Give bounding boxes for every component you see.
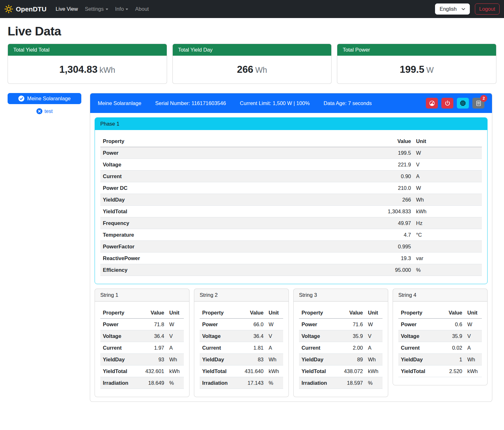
value-cell: 89: [336, 354, 365, 365]
table-row: Voltage36.4V: [200, 330, 283, 342]
value-cell: 17.143: [237, 377, 266, 389]
summary-value: 1,304.83: [59, 64, 98, 75]
value-cell: 18.649: [138, 377, 167, 389]
phase-header: Phase 1: [95, 118, 487, 130]
string-card-2: String 2 PropertyValueUnitPower66.0WVolt…: [194, 289, 289, 397]
limit-settings-button[interactable]: [426, 98, 438, 109]
value-cell: 266: [366, 194, 414, 206]
inverter-test-link[interactable]: test: [8, 108, 81, 114]
string-table: PropertyValueUnitPower71.6WVoltage35.9VC…: [299, 307, 383, 389]
summary-value: 266: [237, 64, 253, 75]
value-cell: 0.02: [436, 342, 465, 354]
table-row: PowerFactor0.995: [100, 241, 482, 252]
value-cell: 35.9: [436, 330, 465, 342]
property-cell: YieldDay: [100, 354, 138, 365]
property-cell: Irradiation: [200, 377, 237, 389]
unit-cell: A: [465, 342, 482, 354]
brand[interactable]: OpenDTU: [4, 5, 47, 13]
property-cell: Power: [100, 147, 366, 159]
unit-cell: W: [365, 319, 383, 330]
summary-row: Total Yield Total 1,304.83kWh Total Yiel…: [8, 44, 496, 84]
value-cell: 431.640: [237, 365, 266, 377]
unit-cell: °C: [414, 229, 482, 241]
nav-item-info[interactable]: Info: [112, 3, 132, 15]
table-header-row: PropertyValueUnit: [100, 307, 184, 319]
inverter-name: Meine Solaranlage: [98, 100, 141, 106]
event-log-button[interactable]: 2: [472, 98, 484, 109]
unit-cell: Wh: [266, 354, 283, 365]
column-header: Unit: [365, 307, 383, 319]
property-cell: Current: [299, 342, 336, 354]
value-cell: 2.00: [336, 342, 365, 354]
unit-cell: W: [266, 319, 283, 330]
table-row: YieldDay93Wh: [100, 354, 184, 365]
property-cell: Frequency: [100, 217, 366, 229]
inverter-test-label: test: [45, 109, 53, 114]
value-cell: 71.6: [336, 319, 365, 330]
property-cell: Power: [299, 319, 336, 330]
table-row: Irradiation18.597%: [299, 377, 383, 389]
string-card-4: String 4 PropertyValueUnitPower0.6WVolta…: [393, 289, 488, 385]
string-table: PropertyValueUnitPower0.6WVoltage35.9VCu…: [398, 307, 482, 377]
property-cell: Irradiation: [100, 377, 138, 389]
summary-card-body: 266Wh: [173, 56, 332, 84]
value-cell: 1,304.833: [366, 206, 414, 217]
table-row: YieldDay266Wh: [100, 194, 482, 206]
chevron-down-icon: [461, 7, 465, 11]
table-row: YieldDay1Wh: [398, 354, 482, 365]
unit-cell: %: [167, 377, 184, 389]
unit-cell: W: [167, 319, 184, 330]
unit-cell: V: [414, 159, 482, 171]
summary-unit: W: [426, 65, 434, 74]
unit-cell: V: [465, 330, 482, 342]
value-cell: 2.520: [436, 365, 465, 377]
unit-cell: var: [414, 252, 482, 264]
string-header: String 3: [294, 289, 388, 302]
nav-item-live-view[interactable]: Live View: [52, 3, 81, 15]
unit-cell: kWh: [266, 365, 283, 377]
column-header: Value: [436, 307, 465, 319]
journal-list-icon: [476, 100, 482, 106]
property-cell: YieldTotal: [299, 365, 336, 377]
unit-cell: kWh: [414, 206, 482, 217]
table-row: Power71.6W: [299, 319, 383, 330]
navbar: OpenDTU Live View Settings Info About En…: [0, 0, 504, 18]
value-cell: 83: [237, 354, 266, 365]
phase-card: Phase 1 PropertyValueUnitPower199.5WVolt…: [95, 117, 488, 284]
power-settings-button[interactable]: [441, 98, 453, 109]
unit-cell: %: [365, 377, 383, 389]
inverter-panel: Meine Solaranlage Serial Number: 1161716…: [90, 93, 492, 402]
column-header: Property: [200, 307, 237, 319]
logout-button[interactable]: Logout: [475, 3, 500, 15]
column-header: Unit: [266, 307, 283, 319]
table-row: Power66.0W: [200, 319, 283, 330]
nav-item-settings[interactable]: Settings: [81, 3, 112, 15]
property-cell: Current: [398, 342, 436, 354]
page-title: Live Data: [8, 24, 496, 38]
unit-cell: %: [266, 377, 283, 389]
column-header: Value: [237, 307, 266, 319]
unit-cell: Wh: [414, 194, 482, 206]
string-body: PropertyValueUnitPower71.6WVoltage35.9VC…: [294, 302, 388, 397]
column-header: Unit: [465, 307, 482, 319]
inverter-select-label: Meine Solaranlage: [27, 96, 71, 102]
column-header: Property: [100, 307, 138, 319]
device-info-button[interactable]: [457, 98, 469, 109]
table-row: Current1.81A: [200, 342, 283, 354]
table-row: Power71.8W: [100, 319, 184, 330]
value-cell: 1.81: [237, 342, 266, 354]
inverter-select-button[interactable]: Meine Solaranlage: [8, 93, 81, 104]
summary-unit: Wh: [255, 65, 267, 74]
table-row: Current0.02A: [398, 342, 482, 354]
column-header: Value: [366, 135, 414, 147]
property-cell: Power: [200, 319, 237, 330]
column-header: Unit: [414, 135, 482, 147]
value-cell: 66.0: [237, 319, 266, 330]
unit-cell: kWh: [167, 365, 184, 377]
unit-cell: A: [414, 171, 482, 182]
language-select[interactable]: English: [435, 3, 470, 15]
nav-item-about[interactable]: About: [132, 3, 152, 15]
value-cell: 432.601: [138, 365, 167, 377]
string-table: PropertyValueUnitPower66.0WVoltage36.4VC…: [200, 307, 283, 389]
table-row: Current0.90A: [100, 171, 482, 182]
